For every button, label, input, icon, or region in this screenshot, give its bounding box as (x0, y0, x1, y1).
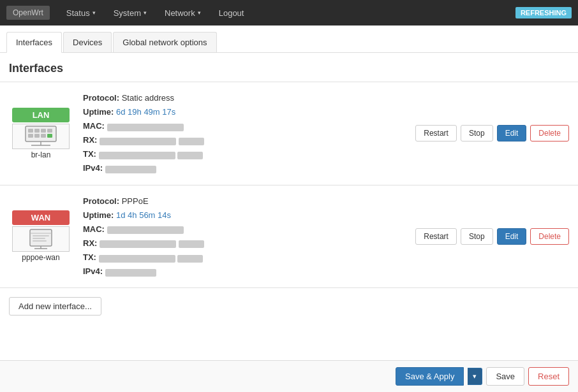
navbar-brand: OpenWrt (6, 6, 50, 20)
nav-network[interactable]: Network ▾ (157, 4, 209, 22)
main-content-area: Interfaces Devices Global network option… (0, 25, 578, 392)
interface-info-wan: Protocol: PPPoE Uptime: 1d 4h 56m 14s MA… (83, 194, 405, 279)
interface-icon-lan (12, 124, 70, 149)
uptime-value-lan: 6d 19h 49m 17s (116, 107, 175, 117)
svg-rect-3 (41, 129, 46, 133)
interface-card-wan: WAN pppoe-wan (9, 210, 73, 262)
ipv4-label-wan: IPv4: (83, 266, 103, 276)
rx-value-lan (100, 138, 176, 145)
mac-value-lan (107, 124, 184, 131)
interface-device-lan: br-lan (31, 150, 51, 159)
svg-rect-6 (34, 134, 40, 138)
rx-unit-wan (179, 240, 204, 248)
svg-rect-15 (33, 240, 47, 242)
mac-label-wan: MAC: (83, 224, 105, 234)
refreshing-badge: REFRESHING (515, 7, 572, 18)
save-button[interactable]: Save (486, 367, 524, 386)
nav-logout[interactable]: Logout (211, 4, 252, 22)
nav-system-caret: ▾ (144, 10, 147, 16)
ipv4-value-lan (105, 166, 156, 173)
svg-rect-14 (33, 238, 45, 239)
interface-card-lan: LAN br-la (9, 108, 73, 159)
ipv4-label-lan: IPv4: (83, 163, 103, 173)
interface-badge-lan: LAN (12, 108, 70, 122)
nav-system[interactable]: System ▾ (106, 4, 154, 22)
stop-button-wan[interactable]: Stop (461, 228, 493, 245)
nav-status[interactable]: Status ▾ (59, 4, 103, 22)
save-apply-button[interactable]: Save & Apply (396, 367, 464, 386)
interface-info-lan: Protocol: Static address Uptime: 6d 19h … (83, 91, 405, 176)
svg-rect-4 (47, 129, 52, 133)
restart-button-wan[interactable]: Restart (415, 228, 457, 245)
nav-network-caret: ▾ (198, 10, 201, 16)
uptime-label-wan: Uptime: (83, 210, 114, 220)
protocol-label-lan: Protocol: (83, 93, 119, 103)
interface-badge-wan: WAN (12, 210, 70, 225)
rx-label-lan: RX: (83, 135, 97, 145)
rx-value-wan (100, 240, 176, 248)
nav-status-caret: ▾ (93, 10, 96, 16)
interface-icon-wan (12, 226, 70, 252)
protocol-label-wan: Protocol: (83, 196, 119, 206)
tab-global-network-options[interactable]: Global network options (113, 32, 216, 52)
uptime-value-wan: 1d 4h 56m 14s (116, 210, 171, 220)
tx-unit-wan (177, 255, 203, 263)
interface-device-wan: pppoe-wan (22, 253, 59, 262)
add-interface-section: Add new interface... (0, 288, 578, 324)
tx-value-lan (99, 152, 175, 159)
tx-value-wan (99, 255, 175, 263)
svg-rect-8 (47, 134, 52, 138)
tx-unit-lan (177, 152, 203, 159)
edit-button-lan[interactable]: Edit (497, 125, 527, 142)
protocol-value-wan: PPPoE (122, 196, 149, 206)
interface-actions-lan: Restart Stop Edit Delete (415, 125, 569, 142)
delete-button-lan[interactable]: Delete (530, 125, 569, 142)
navbar: OpenWrt Status ▾ System ▾ Network ▾ Logo… (0, 0, 578, 25)
svg-rect-5 (28, 134, 33, 138)
tx-label-lan: TX: (83, 149, 96, 159)
tab-interfaces[interactable]: Interfaces (6, 32, 62, 53)
svg-rect-1 (28, 129, 33, 133)
page-title: Interfaces (0, 53, 578, 82)
interface-row-lan: LAN br-la (0, 82, 578, 185)
delete-button-wan[interactable]: Delete (530, 228, 569, 245)
restart-button-lan[interactable]: Restart (415, 125, 457, 142)
footer-bar: Save & Apply ▾ Save Reset (0, 360, 578, 392)
add-interface-button[interactable]: Add new interface... (9, 297, 101, 316)
save-apply-dropdown-button[interactable]: ▾ (468, 368, 482, 385)
interface-actions-wan: Restart Stop Edit Delete (415, 228, 569, 245)
rx-unit-lan (179, 138, 204, 145)
rx-label-wan: RX: (83, 238, 97, 248)
tab-devices[interactable]: Devices (63, 32, 112, 52)
mac-value-wan (107, 226, 184, 234)
tabs-bar: Interfaces Devices Global network option… (0, 25, 578, 53)
edit-button-wan[interactable]: Edit (497, 228, 527, 245)
main-container: Interfaces Devices Global network option… (0, 25, 578, 392)
uptime-label-lan: Uptime: (83, 107, 114, 117)
tx-label-wan: TX: (83, 252, 96, 262)
svg-rect-2 (34, 129, 40, 133)
svg-rect-13 (33, 235, 49, 236)
svg-rect-7 (41, 134, 46, 138)
ipv4-value-wan (105, 269, 156, 277)
reset-button[interactable]: Reset (528, 367, 569, 386)
protocol-value-lan: Static address (122, 93, 174, 103)
interface-row-wan: WAN pppoe-wan Protocol: (0, 185, 578, 289)
stop-button-lan[interactable]: Stop (461, 125, 493, 142)
mac-label-lan: MAC: (83, 121, 105, 131)
